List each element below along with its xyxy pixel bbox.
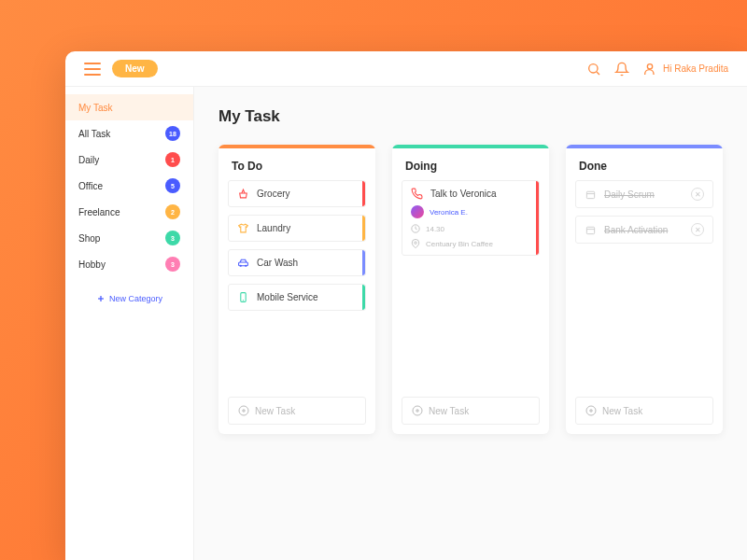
plus-circle-icon (412, 405, 423, 416)
svg-point-14 (415, 242, 417, 245)
menu-icon[interactable] (84, 63, 101, 76)
calendar-icon (585, 189, 597, 201)
sidebar-badge: 3 (165, 231, 180, 245)
new-task-button[interactable]: New Task (402, 397, 540, 425)
column-todo: To Do GroceryLaundryCar WashMobile Servi… (218, 145, 375, 434)
task-stripe (536, 181, 539, 255)
sidebar-badge: 2 (165, 204, 180, 219)
task-place: Centuary Bin Caffee (426, 240, 493, 248)
column-title: Doing (392, 148, 549, 180)
sidebar-badge: 3 (165, 257, 180, 272)
svg-line-1 (597, 72, 599, 75)
task-icon (237, 222, 249, 234)
task-icon (237, 291, 249, 303)
new-category-label: New Category (109, 294, 162, 303)
task-label: Car Wash (257, 258, 298, 268)
plus-circle-icon (585, 405, 597, 416)
sidebar-item[interactable]: All Task18 (65, 120, 193, 147)
column-title: Done (566, 148, 723, 180)
column-title: To Do (218, 148, 375, 180)
task-time: 14.30 (426, 225, 444, 233)
close-icon[interactable]: ✕ (691, 223, 704, 236)
location-icon (411, 239, 420, 248)
sidebar-item-label: My Task (78, 103, 113, 113)
avatar (411, 205, 424, 218)
task-card[interactable]: Laundry (228, 215, 366, 242)
task-stripe (362, 285, 365, 310)
sidebar-badge: 18 (165, 126, 180, 141)
new-task-label: New Task (255, 406, 295, 416)
sidebar-item-label: Daily (78, 155, 99, 165)
new-task-button[interactable]: New Task (575, 397, 713, 425)
sidebar-item[interactable]: Shop3 (65, 225, 193, 251)
task-stripe (362, 250, 365, 275)
page-title: My Task (218, 107, 723, 126)
app-window: New Hi Raka Pradita My TaskAll Task18Dai… (65, 51, 747, 560)
sidebar-item-label: Shop (78, 233, 100, 244)
sidebar: My TaskAll Task18Daily1Office5Freelance2… (65, 87, 194, 560)
phone-icon (411, 188, 423, 200)
task-label: Daily Scrum (604, 189, 655, 200)
calendar-icon (585, 224, 597, 236)
column-done: Done Daily Scrum✕Bank Activation✕ New Ta… (566, 145, 723, 434)
task-stripe (362, 181, 365, 206)
task-card[interactable]: Grocery (228, 180, 366, 207)
new-task-button[interactable]: New Task (228, 397, 366, 425)
user-greeting: Hi Raka Pradita (663, 63, 728, 74)
task-card[interactable]: Car Wash (228, 249, 366, 276)
sidebar-item-label: Freelance (78, 207, 120, 217)
task-card[interactable]: Bank Activation✕ (575, 216, 713, 244)
sidebar-item-label: Office (78, 181, 103, 191)
plus-circle-icon (238, 405, 249, 416)
sidebar-item[interactable]: Office5 (65, 173, 193, 199)
sidebar-badge: 5 (165, 178, 180, 193)
task-stripe (362, 216, 365, 241)
new-task-label: New Task (429, 406, 469, 416)
column-doing: Doing Talk to Veronica Veronica E. (392, 145, 549, 434)
bell-icon[interactable] (614, 62, 629, 77)
topbar-right: Hi Raka Pradita (586, 62, 728, 77)
main: My Task To Do GroceryLaundryCar WashMobi… (194, 87, 747, 560)
user-info[interactable]: Hi Raka Pradita (642, 62, 728, 77)
topbar: New Hi Raka Pradita (65, 51, 747, 87)
user-icon (642, 62, 657, 77)
task-card[interactable]: Talk to Veronica Veronica E. 14.30 (402, 180, 540, 256)
task-card[interactable]: Daily Scrum✕ (575, 180, 713, 208)
sidebar-item-label: All Task (78, 129, 110, 139)
task-icon (237, 257, 249, 269)
task-icon (237, 188, 249, 200)
plus-icon (96, 294, 106, 303)
columns: To Do GroceryLaundryCar WashMobile Servi… (218, 145, 723, 434)
task-label: Bank Activation (604, 225, 668, 235)
body: My TaskAll Task18Daily1Office5Freelance2… (65, 87, 747, 560)
task-label: Mobile Service (257, 292, 318, 302)
svg-point-6 (240, 265, 241, 266)
sidebar-badge: 1 (165, 152, 180, 167)
svg-point-7 (246, 265, 247, 266)
new-button[interactable]: New (112, 60, 158, 77)
new-task-label: New Task (602, 406, 642, 416)
new-category-button[interactable]: New Category (65, 294, 193, 303)
sidebar-item[interactable]: Daily1 (65, 147, 193, 173)
svg-point-2 (647, 63, 652, 68)
sidebar-item[interactable]: Hobby3 (65, 251, 193, 277)
task-person: Veronica E. (430, 208, 468, 217)
task-label: Talk to Veronica (430, 189, 497, 199)
task-label: Grocery (257, 189, 290, 199)
sidebar-item[interactable]: My Task (65, 94, 193, 120)
close-icon[interactable]: ✕ (691, 188, 704, 201)
clock-icon (411, 224, 420, 233)
svg-point-0 (589, 63, 598, 72)
svg-rect-18 (586, 191, 594, 198)
svg-rect-20 (586, 227, 594, 233)
task-card[interactable]: Mobile Service (228, 284, 366, 311)
sidebar-item[interactable]: Freelance2 (65, 199, 193, 225)
sidebar-item-label: Hobby (78, 259, 106, 270)
search-icon[interactable] (586, 62, 601, 77)
task-label: Laundry (257, 223, 290, 233)
